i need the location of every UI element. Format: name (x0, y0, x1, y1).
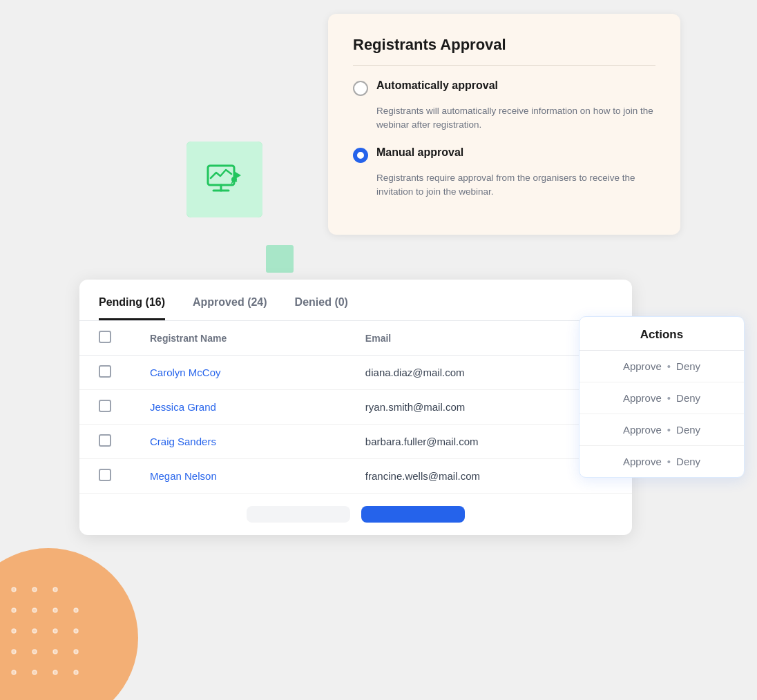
divider (353, 65, 655, 66)
webinar-icon-box (186, 142, 262, 217)
approval-settings-card: Registrants Approval Automatically appro… (328, 14, 680, 235)
tab-approved[interactable]: Approved (24) (193, 296, 267, 320)
svg-point-13 (32, 629, 37, 633)
action-row-1: Approve • Deny (579, 351, 744, 382)
svg-point-17 (12, 650, 16, 654)
dot-separator-2: • (667, 392, 671, 404)
registrant-name-cell: Megan Nelson (131, 459, 346, 494)
svg-point-3 (12, 587, 16, 592)
approve-button-3[interactable]: Approve (623, 424, 662, 436)
deny-button-4[interactable]: Deny (676, 456, 700, 467)
row-checkbox-cell (79, 425, 131, 459)
svg-point-19 (53, 650, 57, 654)
dot-separator-3: • (667, 424, 671, 436)
registrants-table: Registrant Name Email Carolyn McCoy dian… (79, 321, 632, 493)
registrant-name[interactable]: Craig Sanders (150, 436, 216, 447)
actions-card: Actions Approve • Deny Approve • Deny Ap… (579, 316, 745, 478)
svg-point-8 (32, 608, 37, 612)
tab-pending[interactable]: Pending (16) (99, 296, 165, 320)
svg-point-20 (74, 650, 78, 654)
primary-button[interactable] (361, 506, 465, 523)
cancel-button[interactable] (247, 506, 350, 523)
row-checkbox[interactable] (99, 434, 111, 447)
svg-point-5 (53, 587, 57, 592)
approve-button-4[interactable]: Approve (623, 456, 662, 467)
registrant-name-cell: Craig Sanders (131, 425, 346, 459)
registrant-name[interactable]: Megan Nelson (150, 470, 217, 482)
bg-orange-circle (0, 548, 138, 700)
bg-green-square-small (266, 245, 294, 273)
svg-point-9 (53, 608, 57, 612)
actions-title: Actions (579, 317, 744, 351)
tab-denied[interactable]: Denied (0) (295, 296, 348, 320)
svg-point-4 (32, 587, 37, 592)
deny-button-1[interactable]: Deny (676, 360, 700, 372)
manual-approval-option[interactable]: Manual approval (353, 146, 655, 163)
approve-button-1[interactable]: Approve (623, 360, 662, 372)
svg-point-21 (12, 670, 16, 674)
registrant-name[interactable]: Jessica Grand (150, 401, 216, 413)
approval-title: Registrants Approval (353, 36, 655, 54)
action-row-4: Approve • Deny (579, 446, 744, 477)
table-row: Jessica Grand ryan.smith@mail.com (79, 390, 632, 425)
manual-approval-radio[interactable] (353, 148, 368, 163)
svg-point-10 (74, 608, 78, 612)
dot-separator-1: • (667, 360, 671, 372)
svg-point-22 (32, 670, 37, 674)
row-checkbox-cell (79, 390, 131, 425)
row-checkbox[interactable] (99, 469, 111, 481)
table-row: Megan Nelson francine.wells@mail.com (79, 459, 632, 494)
manual-approval-label: Manual approval (376, 146, 463, 159)
table-footer (79, 493, 632, 535)
row-checkbox-cell (79, 459, 131, 494)
deny-button-3[interactable]: Deny (676, 424, 700, 436)
svg-point-23 (53, 670, 57, 674)
svg-point-24 (74, 670, 78, 674)
deny-button-2[interactable]: Deny (676, 392, 700, 404)
svg-point-7 (12, 608, 16, 612)
svg-point-18 (32, 650, 37, 654)
webinar-svg-icon (204, 159, 245, 200)
header-checkbox[interactable] (99, 331, 111, 343)
svg-point-12 (12, 629, 16, 633)
tabs-bar: Pending (16) Approved (24) Denied (0) (79, 280, 632, 321)
dot-separator-4: • (667, 456, 671, 467)
auto-approval-radio[interactable] (353, 81, 368, 96)
registrant-name-cell: Jessica Grand (131, 390, 346, 425)
registrant-name[interactable]: Carolyn McCoy (150, 367, 221, 378)
registrant-name-cell: Carolyn McCoy (131, 356, 346, 390)
table-row: Carolyn McCoy diana.diaz@mail.com (79, 356, 632, 390)
manual-approval-desc: Registrants require approval from the or… (376, 171, 655, 200)
action-row-3: Approve • Deny (579, 414, 744, 446)
action-row-2: Approve • Deny (579, 382, 744, 414)
orange-dots-pattern (0, 569, 111, 700)
auto-approval-option[interactable]: Automatically approval (353, 79, 655, 96)
registrants-table-card: Pending (16) Approved (24) Denied (0) Re… (79, 280, 632, 535)
table-row: Craig Sanders barbara.fuller@mail.com (79, 425, 632, 459)
auto-approval-desc: Registrants will automatically receive i… (376, 104, 655, 133)
row-checkbox[interactable] (99, 365, 111, 378)
approve-button-2[interactable]: Approve (623, 392, 662, 404)
auto-approval-label: Automatically approval (376, 79, 498, 92)
col-checkbox (79, 321, 131, 356)
col-registrant-name: Registrant Name (131, 321, 346, 356)
row-checkbox-cell (79, 356, 131, 390)
svg-point-14 (53, 629, 57, 633)
svg-point-15 (74, 629, 78, 633)
row-checkbox[interactable] (99, 400, 111, 412)
